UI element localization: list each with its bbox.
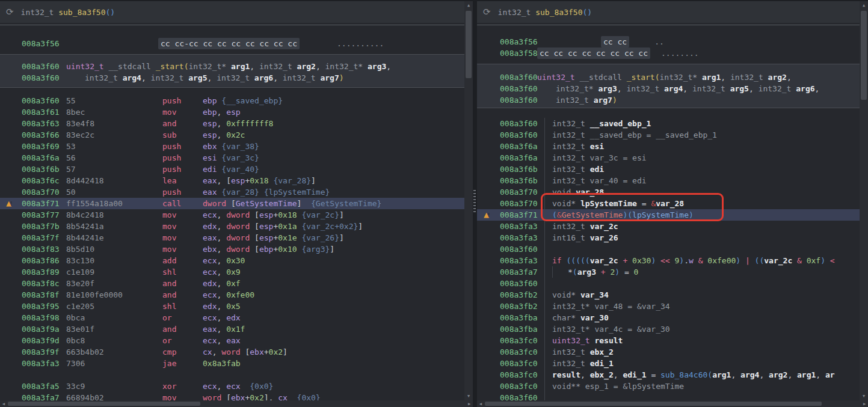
scroll-right-arrow[interactable]: ▶ (466, 400, 473, 407)
splitter-handle-icon[interactable] (473, 190, 476, 213)
hlil-row[interactable]: 008a3fc0uint32_t result (477, 335, 860, 346)
asm-row[interactable]: 008a3f6953pushebx {var_38} (0, 141, 464, 152)
asm-row[interactable]: 008a3f6a56pushesi {var_3c} (0, 152, 464, 164)
asm-row[interactable]: 008a3f89c1e109shlecx, 0x9 (0, 266, 464, 278)
code-token: ((((( (566, 255, 589, 266)
code-token (703, 255, 708, 266)
asm-row[interactable]: 008a3f8c83e20fandedx, 0xf (0, 278, 464, 289)
scroll-down-arrow[interactable]: ▼ (464, 392, 473, 400)
right-hscroll-thumb[interactable] (485, 402, 822, 406)
hex-row[interactable]: 008a3f56cc cc-cc cc cc cc cc cc cc cc...… (0, 38, 464, 49)
scroll-left-arrow[interactable]: ◀ (0, 400, 7, 407)
asm-row[interactable]: 008a3f6383e4f8andesp, 0xfffffff8 (0, 118, 464, 129)
asm-row[interactable]: 008a3fa766894b02movword [ebx+0x2], cx {0… (0, 392, 464, 400)
signature-row[interactable]: 008a3f60uint32_t __stdcall _start(int32_… (477, 72, 860, 83)
hlil-row[interactable]: 008a3fc0int32_t edi_1 (477, 358, 860, 369)
asm-row[interactable] (0, 369, 464, 381)
mnemonic: mov (162, 392, 203, 400)
hlil-row[interactable]: 008a3fc0result, ebx_2, edi_1 = sub_8a4c6… (477, 369, 860, 381)
hlil-row[interactable]: 008a3f60int32_t __saved_ebp = __saved_eb… (477, 129, 860, 141)
refresh-icon[interactable]: ⟳ (483, 7, 491, 17)
code-token: , (217, 106, 226, 118)
row-gutter (0, 106, 22, 118)
asm-row[interactable]: 008a3f9f663b4b02cmpcx, word [ebx+0x2] (0, 346, 464, 358)
scroll-left-arrow[interactable]: ◀ (477, 400, 484, 407)
hlil-row[interactable]: 008a3f60 (477, 278, 860, 289)
signature-code: uint32_t __stdcall _start(int32_t* arg1,… (66, 61, 391, 72)
asm-row[interactable]: 008a3f8683c130addecx, 0x30 (0, 255, 464, 266)
left-vertical-scrollbar[interactable]: ▲ ▼ (464, 1, 473, 400)
asm-row[interactable]: 008a3f618becmovebp, esp (0, 106, 464, 118)
signature-row[interactable]: 008a3f60int32_t arg4, int32_t arg5, int3… (0, 72, 464, 84)
hex-row[interactable]: 008a3f56cc cc.. (477, 36, 860, 47)
disassembly-pane-header[interactable]: ⟳ int32_t sub_8a3f50 () (0, 1, 464, 23)
hlil-row[interactable]: 008a3fa3if (((((var_2c + 0x30) << 9).w &… (477, 255, 860, 266)
scroll-right-arrow[interactable]: ▶ (861, 400, 868, 407)
address: 008a3f60 (500, 129, 544, 141)
hlil-row[interactable]: ▲!008a3f71(&GetSystemTime)(lpSystemTime) (477, 209, 860, 221)
asm-row[interactable]: 008a3f6c8d442418leaeax, [esp+0x18 {var_2… (0, 175, 464, 186)
hlil-row[interactable]: 008a3fa3int16_t var_26 (477, 232, 860, 243)
hlil-row[interactable]: 008a3fb2int32_t* var_48 = &var_34 (477, 301, 860, 312)
hlil-row[interactable]: 008a3fa7*(arg3 + 2) = 0 (477, 266, 860, 278)
operands: eax {var_28} {lpSystemTime} (203, 186, 330, 198)
asm-row[interactable]: 008a3f6b57pushedi {var_40} (0, 164, 464, 175)
hlil-row[interactable]: 008a3f60int32_t __saved_ebp_1 (477, 118, 860, 129)
refresh-icon[interactable]: ⟳ (6, 7, 14, 17)
hlil-row[interactable]: 008a3fc0int32_t ebx_2 (477, 346, 860, 358)
signature-row[interactable]: 008a3f60int32_t arg7) (477, 94, 860, 106)
hlil-row[interactable]: 008a3fa3int32_t var_2c (477, 221, 860, 232)
scroll-up-arrow[interactable]: ▲ (860, 1, 868, 10)
signature-row[interactable]: 008a3f60int32_t* arg3, int32_t arg4, int… (477, 83, 860, 94)
right-vscroll-thumb[interactable] (861, 11, 867, 100)
left-horizontal-scrollbar[interactable]: ◀ ▶ (0, 400, 473, 407)
asm-row[interactable]: 008a3fa37306jae0x8a3fab (0, 358, 464, 369)
hlil-row[interactable]: 008a3fbaint32_t* var_4c = &var_30 (477, 323, 860, 335)
code-token: var_30 (580, 312, 609, 323)
scroll-up-arrow[interactable]: ▲ (464, 1, 473, 10)
asm-row[interactable]: 008a3f838b5d10movebx, dword [ebp+0x10 {a… (0, 243, 464, 255)
code-token: 0x1e (278, 232, 297, 243)
right-vertical-scrollbar[interactable]: ▲ ▼ (860, 1, 868, 400)
asm-row[interactable]: 008a3f9a83e01fandeax, 0x1f (0, 323, 464, 335)
hlil-row[interactable]: 008a3f70void* lpSystemTime = &var_28 (477, 198, 860, 209)
left-vscroll-thumb[interactable] (466, 11, 472, 78)
hlil-row[interactable]: 008a3f70void var_28 (477, 186, 860, 198)
asm-row[interactable]: 008a3f778b4c2418movecx, dword [esp+0x18 … (0, 209, 464, 221)
hlil-row[interactable]: 008a3f6bint32_t edi (477, 164, 860, 175)
scroll-down-arrow[interactable]: ▼ (860, 392, 868, 400)
warning-icon: ▲! (484, 210, 493, 219)
hlil-row[interactable]: 008a3f60 (477, 392, 860, 400)
address: 008a3f6a (22, 152, 66, 164)
hlil-code (544, 243, 860, 255)
asm-row[interactable]: 008a3f7f8b44241emoveax, dword [esp+0x1e … (0, 232, 464, 243)
code-token: ebx (203, 141, 217, 152)
asm-row[interactable]: 008a3f7b8b54241amovedx, dword [esp+0x1a … (0, 221, 464, 232)
code-token (670, 255, 675, 266)
left-hscroll-thumb[interactable] (8, 402, 200, 406)
hex-row[interactable]: 008a3f58cc cc cc cc cc cc cc cc........ (477, 47, 860, 59)
asm-row[interactable]: 008a3f6055pushebp {__saved_ebp} (0, 95, 464, 106)
hlil-row[interactable]: 008a3f6bint32_t var_40 = edi (477, 175, 860, 186)
signature-row[interactable]: 008a3f60uint32_t __stdcall _start(int32_… (0, 61, 464, 72)
hlil-row[interactable]: 008a3f6aint32_t esi (477, 141, 860, 152)
hlil-row[interactable]: 008a3fbachar* var_30 (477, 312, 860, 323)
asm-row[interactable]: 008a3f6683ec2csubesp, 0x2c (0, 129, 464, 141)
code-token: , (759, 369, 769, 381)
pane-splitter[interactable] (473, 1, 477, 400)
decompiler-pane-header[interactable]: ⟳ int32_t sub_8a3f50 () (477, 1, 860, 23)
hlil-row[interactable]: 008a3fb2void* var_34 (477, 289, 860, 301)
asm-row[interactable]: 008a3f980bcaorecx, edx (0, 312, 464, 323)
hlil-row[interactable]: 008a3f6aint32_t var_3c = esi (477, 152, 860, 164)
right-horizontal-scrollbar[interactable]: ◀ ▶ (477, 400, 868, 407)
asm-row[interactable]: 008a3fa533c9xorecx, ecx {0x0} (0, 381, 464, 392)
asm-row[interactable]: 008a3f8f81e100fe0000andecx, 0xfe00 (0, 289, 464, 301)
asm-row[interactable]: 008a3f7050pusheax {var_28} {lpSystemTime… (0, 186, 464, 198)
hlil-row[interactable]: 008a3fc0void** esp_1 = &lpSystemTime (477, 381, 860, 392)
asm-row[interactable]: ▲!008a3f71ff1554a18a00calldword [GetSyst… (0, 198, 464, 209)
operands: cx, word [ebx+0x2] (203, 346, 288, 358)
row-gutter (0, 232, 22, 243)
hlil-row[interactable]: 008a3f60 (477, 243, 860, 255)
asm-row[interactable]: 008a3f95c1e205shledx, 0x5 (0, 301, 464, 312)
asm-row[interactable]: 008a3f9d0bc8orecx, eax (0, 335, 464, 346)
